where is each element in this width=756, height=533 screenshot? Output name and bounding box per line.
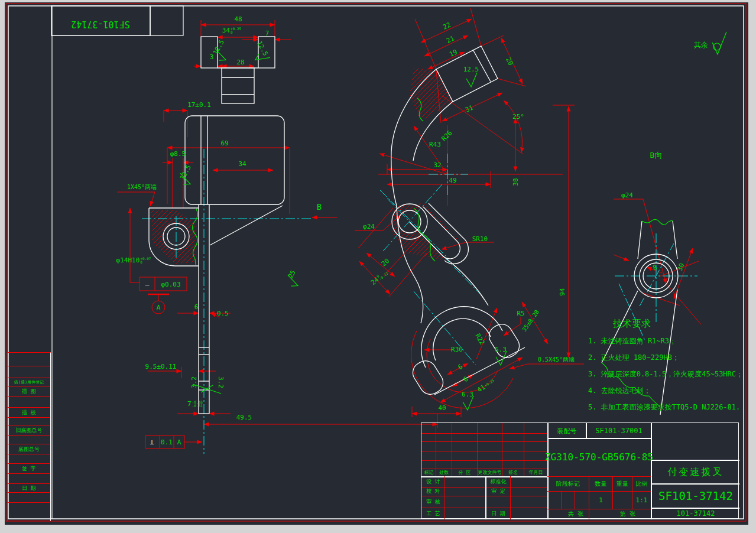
margin-table-row: 日 期 (8, 483, 50, 492)
margin-table-row: 底图总号 (8, 444, 50, 454)
rev-header-docno: 更改文件号 (478, 469, 502, 476)
assembly-label: 装配号 (548, 425, 586, 436)
material-spec: ZG310-570-GB5676-85 (547, 441, 651, 473)
sheets-total: 共 张 (548, 509, 603, 519)
margin-table-row: 旧底图总号 (8, 425, 50, 436)
stage-mark-label: 阶段标记 (548, 477, 588, 490)
drawing-code: 101-37142 (652, 508, 739, 519)
tech-req-title: 技术要求 (613, 318, 747, 330)
tech-req-item: 4. 去除锐边毛刺； (588, 386, 747, 396)
title-block: 标记 处数 分 区 更改文件号 签名 年月日 设 计 校 对 审 核 工 艺 标… (421, 422, 739, 519)
drawing-number: SF101-37142 (652, 485, 739, 507)
technical-requirements: 技术要求 1. 未注铸造圆角 R1~R3； 2. 正火处理 180~229HB；… (588, 318, 747, 419)
rev-header-mark: 标记 (422, 469, 436, 476)
margin-table-row (8, 417, 50, 425)
tech-req-item: 2. 正火处理 180~229HB； (588, 353, 747, 363)
cad-application-window: 借(通)用件登记描 图描 校旧底图总号底图总号签 字日 期 技术要求 1. 未注… (0, 0, 756, 533)
sign-design: 设 计 (423, 477, 444, 486)
scale-label: 比例 (632, 477, 651, 490)
sign-audit: 审 核 (423, 497, 444, 506)
sign-process: 工 艺 (423, 509, 444, 518)
rev-header-date: 年月日 (524, 469, 547, 476)
margin-table-row (8, 396, 50, 407)
margin-table-row (8, 454, 50, 463)
quantity-label: 数量 (589, 477, 612, 490)
weight-value (613, 492, 632, 508)
margin-table-row (8, 436, 50, 444)
tech-req-item: 1. 未注铸造圆角 R1~R3； (588, 336, 747, 346)
sheet-margin-table: 借(通)用件登记描 图描 校旧底图总号底图总号签 字日 期 (7, 352, 51, 521)
sign-standardization: 标准化 (486, 477, 510, 486)
sheet-number: 第 张 (605, 509, 651, 519)
rev-header-count: 处数 (436, 469, 452, 476)
margin-table-row: 描 校 (8, 407, 50, 417)
sign-check: 校 对 (423, 488, 444, 495)
rev-header-zone: 分 区 (452, 469, 477, 476)
margin-table-row (8, 473, 50, 483)
quantity-value: 1 (589, 492, 612, 508)
part-name: 付变速拨叉 (652, 461, 739, 483)
margin-table-row: 签 字 (8, 463, 50, 473)
margin-table-row: 描 图 (8, 386, 50, 396)
margin-table-row (8, 353, 50, 366)
margin-table-row (8, 492, 50, 502)
rev-header-sign: 签名 (502, 469, 524, 476)
weight-label: 重量 (613, 477, 632, 490)
margin-table-row (8, 502, 50, 519)
margin-table-row (8, 366, 50, 378)
sign-approve: 审 定 (486, 488, 510, 495)
assembly-number: SF101-37001 (587, 425, 651, 436)
sign-date: 日 期 (486, 509, 510, 518)
scale-value: 1:1 (632, 492, 651, 508)
tech-req-item: 5. 非加工表面涂漆要求按TTQ5-D NJ226-81. (588, 402, 747, 412)
tech-req-item: 3. 淬硬层深度0.8-1.5，淬火硬度45~53HRC； (588, 369, 747, 379)
margin-table-row: 借(通)用件登记 (8, 378, 50, 386)
